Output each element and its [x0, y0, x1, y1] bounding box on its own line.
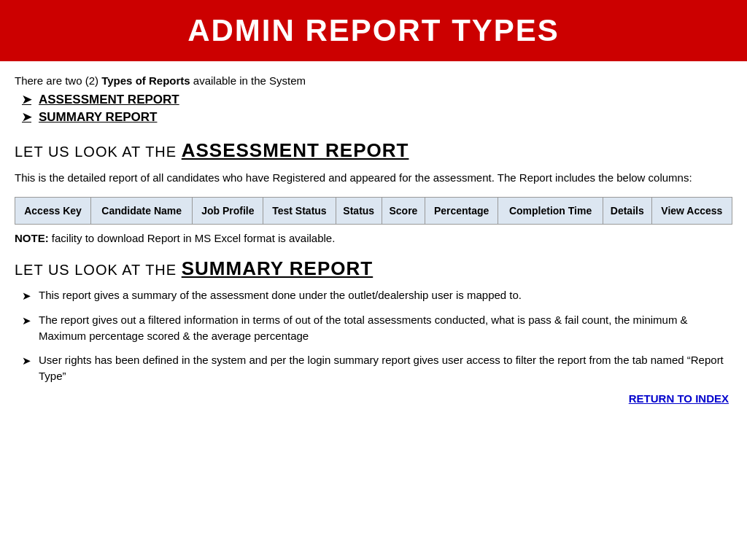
page-header: ADMIN REPORT TYPES: [0, 0, 747, 61]
col-score: Score: [382, 198, 425, 225]
assessment-title: ASSESSMENT REPORT: [182, 139, 409, 161]
note-text: facility to download Report in MS Excel …: [49, 232, 336, 244]
summary-section-title: LET US LOOK AT THE SUMMARY REPORT: [15, 257, 732, 280]
summary-title: SUMMARY REPORT: [182, 257, 373, 279]
intro-text-before: There are two (2): [15, 74, 101, 87]
col-completion-time: Completion Time: [498, 198, 603, 225]
col-job-profile: Job Profile: [193, 198, 263, 225]
report-types-list: ASSESSMENT REPORT SUMMARY REPORT: [22, 93, 732, 125]
assessment-section-title: LET US LOOK AT THE ASSESSMENT REPORT: [15, 139, 732, 162]
return-link-container[interactable]: RETURN TO INDEX: [15, 392, 732, 405]
return-to-index-link[interactable]: RETURN TO INDEX: [629, 392, 729, 405]
note-line: NOTE: facility to download Report in MS …: [15, 232, 732, 244]
list-item-summary[interactable]: SUMMARY REPORT: [22, 110, 732, 125]
page-title: ADMIN REPORT TYPES: [15, 13, 732, 48]
summary-bullet-2: The report gives out a filtered informat…: [22, 312, 732, 345]
col-details: Details: [603, 198, 651, 225]
col-status: Status: [336, 198, 382, 225]
summary-section: LET US LOOK AT THE SUMMARY REPORT This r…: [15, 257, 732, 385]
assessment-table: Access Key Candidate Name Job Profile Te…: [15, 197, 732, 225]
col-percentage: Percentage: [425, 198, 498, 225]
summary-report-link[interactable]: SUMMARY REPORT: [39, 110, 157, 125]
summary-bullet-3-text: User rights has been defined in the syst…: [39, 352, 732, 385]
summary-bullet-1: This report gives a summary of the asses…: [22, 287, 732, 305]
table-header-row: Access Key Candidate Name Job Profile Te…: [15, 198, 732, 225]
note-bold: NOTE:: [15, 232, 49, 244]
summary-bullet-1-text: This report gives a summary of the asses…: [39, 287, 522, 304]
intro-bold: Types of Reports: [101, 74, 190, 87]
col-test-status: Test Status: [263, 198, 336, 225]
summary-bullet-2-text: The report gives out a filtered informat…: [39, 312, 732, 345]
summary-prefix: LET US LOOK AT THE: [15, 262, 177, 278]
summary-bullets-list: This report gives a summary of the asses…: [22, 287, 732, 385]
assessment-prefix: LET US LOOK AT THE: [15, 144, 177, 160]
summary-bullet-3: User rights has been defined in the syst…: [22, 352, 732, 385]
assessment-section: LET US LOOK AT THE ASSESSMENT REPORT Thi…: [15, 139, 732, 244]
col-candidate-name: Candidate Name: [91, 198, 193, 225]
assessment-description: This is the detailed report of all candi…: [15, 169, 732, 187]
intro-text-after: available in the System: [190, 74, 306, 87]
col-access-key: Access Key: [15, 198, 91, 225]
assessment-report-link[interactable]: ASSESSMENT REPORT: [39, 93, 179, 107]
list-item-assessment[interactable]: ASSESSMENT REPORT: [22, 93, 732, 107]
col-view-access: View Access: [651, 198, 732, 225]
intro-line: There are two (2) Types of Reports avail…: [15, 74, 732, 87]
